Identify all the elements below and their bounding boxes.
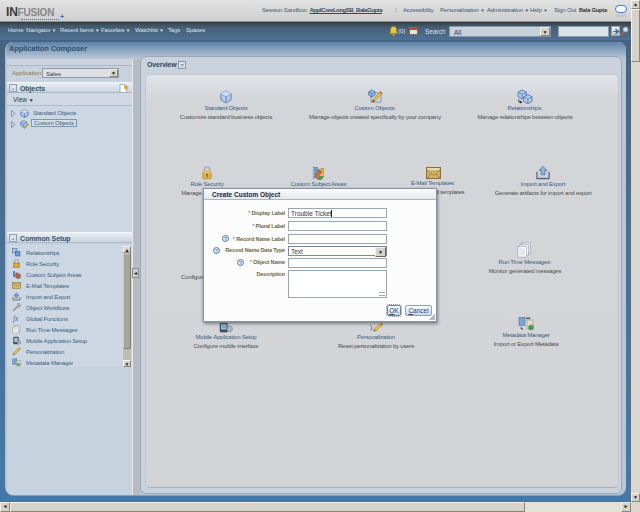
svg-text:fx: fx <box>13 315 19 323</box>
